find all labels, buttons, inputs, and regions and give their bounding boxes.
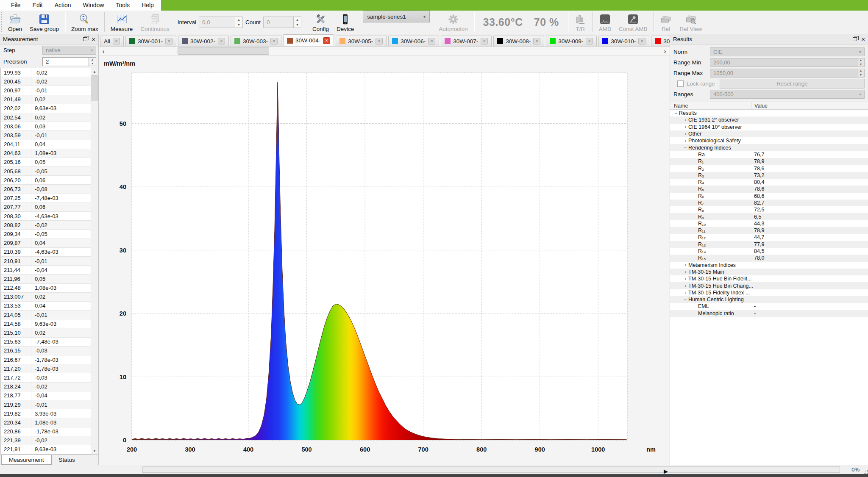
table-row[interactable]: 211,96 0,05 — [1, 275, 91, 283]
expander-icon[interactable]: › — [683, 125, 688, 129]
tab-close-icon[interactable]: × — [481, 38, 488, 44]
table-row[interactable]: 203,06 0,03 — [1, 122, 91, 131]
tree-row[interactable]: › R₁₂ 44,7 — [670, 234, 868, 241]
expander-icon[interactable]: › — [674, 111, 679, 116]
table-row[interactable]: 204,11 0,04 — [1, 140, 91, 149]
toolbar-drag-handle[interactable] — [0, 12, 3, 32]
tab-close-icon[interactable]: × — [533, 38, 540, 44]
close-panel-icon[interactable]: × — [861, 36, 865, 42]
series-tab[interactable]: 30W-009- × — [546, 36, 597, 46]
range-min-value[interactable]: 200,00 — [710, 58, 857, 67]
series-tab[interactable]: 30W-002- × — [178, 36, 229, 46]
tree-row[interactable]: › R₇ 82,7 — [670, 200, 868, 206]
range-max-value[interactable]: 1050,00 — [710, 69, 857, 78]
close-panel-icon[interactable]: × — [92, 36, 95, 42]
menu-item[interactable]: Edit — [27, 0, 49, 11]
rel-view-button[interactable]: Rel View — [676, 12, 706, 33]
tab-scroll-right-icon[interactable]: ▶ — [664, 468, 668, 474]
tree-row[interactable]: › R₆ 68,6 — [670, 193, 868, 200]
rel-button[interactable]: Rel — [656, 12, 676, 33]
resize-grip[interactable] — [865, 471, 866, 472]
scroll-down-icon[interactable]: ▼ — [91, 447, 98, 454]
name-column-header[interactable]: Name — [670, 102, 751, 109]
table-row[interactable]: 202,54 0,02 — [1, 113, 91, 122]
series-tab[interactable]: 30W-006- × — [388, 36, 439, 46]
expander-icon[interactable]: › — [683, 263, 688, 267]
table-row[interactable]: 206,73 -0,08 — [1, 185, 91, 194]
table-row[interactable]: 210,39 -4,63e-03 — [1, 248, 91, 257]
precision-stepper[interactable]: 2 ▲ ▼ — [42, 57, 96, 66]
table-row[interactable]: 208,30 -4,63e-03 — [1, 212, 91, 221]
spin-up-icon[interactable]: ▲ — [89, 58, 96, 62]
table-row[interactable]: 213,007 0,02 — [1, 293, 91, 302]
expander-icon[interactable]: › — [683, 139, 688, 143]
chart-horizontal-scrollbar[interactable]: ‹ › — [99, 47, 670, 56]
table-row[interactable]: 201,49 0,02 — [1, 95, 91, 104]
dock-tab[interactable]: Measurement — [1, 455, 52, 465]
tree-row[interactable]: › R₅ 78,6 — [670, 186, 868, 192]
tree-row[interactable]: › Results — [670, 110, 868, 116]
expander-icon[interactable]: › — [683, 290, 688, 295]
tree-row[interactable]: › R₄ 80,4 — [670, 179, 868, 186]
tree-row[interactable]: › Photobiological Safety — [670, 137, 868, 144]
tab-close-icon[interactable]: × — [376, 38, 383, 44]
interval-value[interactable]: 0,0 — [199, 17, 235, 28]
tab-close-icon[interactable]: × — [218, 38, 225, 44]
tab-close-icon[interactable]: × — [428, 38, 435, 44]
tree-row[interactable]: › Ra 76,7 — [670, 151, 868, 158]
expander-icon[interactable]: › — [683, 145, 688, 150]
series-tab[interactable]: 30W-004- × — [283, 34, 334, 46]
tree-row[interactable]: › R₁₅ 78,0 — [670, 255, 868, 261]
amb-button[interactable]: AMB — [595, 12, 615, 33]
table-row[interactable]: 207,77 0,06 — [1, 203, 91, 212]
tree-row[interactable]: › Melanopic ratio - — [670, 310, 868, 317]
tree-row[interactable]: › R₃ 73,2 — [670, 172, 868, 179]
value-column-header[interactable]: Value — [751, 103, 868, 109]
series-tab[interactable]: 30W-001- × — [125, 36, 176, 46]
range-min-stepper[interactable]: 200,00 ▲ ▼ — [710, 58, 865, 67]
table-row[interactable]: 220,34 1,08e-03 — [1, 418, 91, 427]
table-row[interactable]: 219,29 -0,01 — [1, 400, 91, 409]
expander-icon[interactable]: › — [683, 269, 688, 274]
series-tab[interactable]: All × — [100, 36, 124, 46]
series-tab[interactable]: 30W-008- × — [493, 36, 544, 46]
table-row[interactable]: 216,67 -1,78e-03 — [1, 355, 91, 364]
spin-down-icon[interactable]: ▼ — [235, 22, 242, 28]
table-row[interactable]: 218,24 -0,02 — [1, 383, 91, 391]
tab-close-icon[interactable]: × — [323, 37, 330, 44]
sample-series-select[interactable]: sample-series1 ▾ — [363, 11, 430, 22]
tab-close-icon[interactable]: × — [270, 38, 278, 44]
table-row[interactable]: 200,45 -0,02 — [1, 77, 91, 86]
table-row[interactable]: 209,87 0,04 — [1, 239, 91, 248]
table-row[interactable]: 217,20 -1,78e-03 — [1, 364, 91, 373]
ranges-select[interactable]: 400-500 ▾ — [710, 90, 865, 99]
tab-close-icon[interactable]: × — [638, 38, 645, 44]
spin-up-icon[interactable]: ▲ — [235, 17, 242, 22]
table-row[interactable]: 216,15 -0,03 — [1, 347, 91, 355]
table-row[interactable]: 205,16 0,05 — [1, 158, 91, 167]
count-spin-arrows[interactable]: ▲ ▼ — [294, 17, 301, 28]
automation-button[interactable]: Automation — [435, 12, 471, 33]
series-tab[interactable]: 30W-003- × — [231, 36, 281, 46]
tree-row[interactable]: › Rendering Indices — [670, 144, 868, 151]
spin-up-icon[interactable]: ▲ — [294, 17, 301, 22]
tree-row[interactable]: › CIE 1964 10° observer — [670, 124, 868, 130]
tree-row[interactable]: › R₁₃ 77,9 — [670, 241, 868, 248]
spin-down-icon[interactable]: ▼ — [89, 62, 96, 66]
tab-close-icon[interactable]: × — [165, 38, 172, 44]
tree-row[interactable]: › Human Centric Lighting — [670, 296, 868, 303]
table-row[interactable]: 217,72 -0,03 — [1, 373, 91, 382]
menu-item[interactable]: Tools — [110, 0, 136, 11]
expander-icon[interactable]: › — [683, 118, 688, 122]
spin-down-icon[interactable]: ▼ — [294, 22, 301, 28]
tree-row[interactable]: › R₁₁ 78,9 — [670, 227, 868, 234]
config-button[interactable]: Config — [309, 12, 333, 33]
count-value[interactable]: 0 — [263, 17, 294, 28]
table-row[interactable]: 218,77 -0,04 — [1, 391, 91, 400]
tree-row[interactable]: › EML - — [670, 303, 868, 310]
expander-icon[interactable]: › — [683, 297, 688, 302]
tree-row[interactable]: › R₉ 6,5 — [670, 213, 868, 220]
menu-item[interactable]: Window — [77, 0, 110, 11]
table-row[interactable]: 210,91 -0,01 — [1, 257, 91, 266]
tree-row[interactable]: › Other — [670, 130, 868, 137]
